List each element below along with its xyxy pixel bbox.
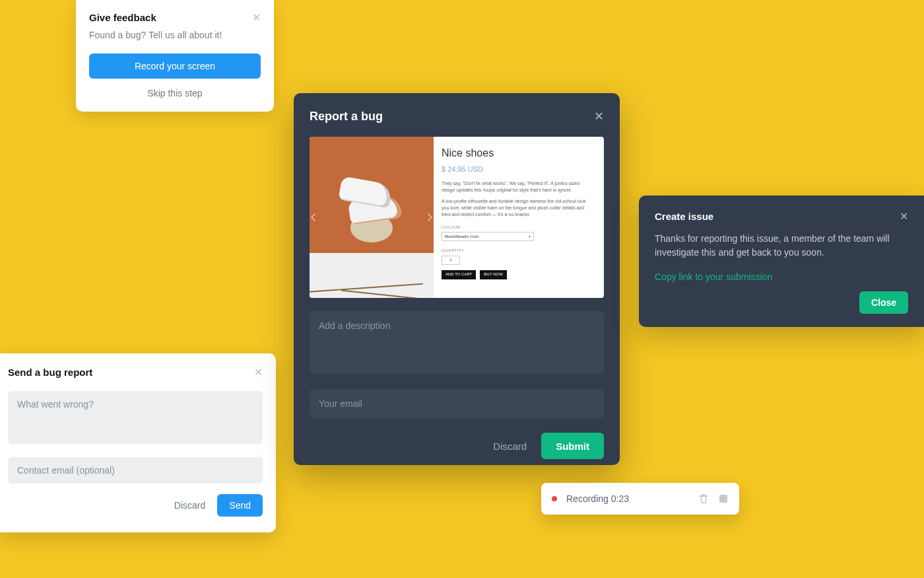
report-bug-title: Report a bug — [310, 110, 383, 124]
screenshot-preview: Nice shoes $ 24.95 USD They say, "Don't … — [310, 137, 604, 298]
report-email-input[interactable] — [310, 389, 604, 418]
create-issue-card: Create issue ✕ Thanks for reporting this… — [639, 196, 924, 327]
close-icon[interactable]: ✕ — [252, 13, 261, 23]
product-description-2: A low-profile silhouette and durable des… — [442, 198, 592, 217]
create-issue-body: Thanks for reporting this issue, a membe… — [655, 232, 908, 260]
send-bug-report-card: Send a bug report ✕ Discard Send — [0, 353, 276, 532]
give-feedback-card: Give feedback ✕ Found a bug? Tell us all… — [76, 0, 274, 112]
record-screen-button[interactable]: Record your screen — [89, 54, 261, 79]
recording-text: Recording 0:23 — [566, 493, 698, 504]
bug-description-input[interactable] — [8, 391, 263, 444]
bug-report-title: Send a bug report — [8, 367, 92, 378]
record-dot-icon — [552, 496, 557, 501]
close-icon[interactable]: ✕ — [594, 109, 604, 124]
stop-icon[interactable] — [718, 493, 729, 504]
colour-label: COLOUR — [442, 225, 592, 230]
feedback-subtitle: Found a bug? Tell us all about it! — [89, 30, 261, 40]
quantity-input[interactable]: 1 — [442, 256, 460, 265]
create-issue-title: Create issue — [655, 211, 713, 222]
close-icon[interactable]: ✕ — [254, 367, 263, 378]
add-to-cart-button[interactable]: ADD TO CART — [442, 270, 476, 279]
submit-button[interactable]: Submit — [541, 433, 604, 459]
carousel-next-icon[interactable] — [424, 213, 432, 221]
report-a-bug-card: Report a bug ✕ Nice shoes $ 24.95 USD Th… — [294, 93, 620, 465]
carousel-prev-icon[interactable] — [311, 213, 318, 221]
colour-value: Black/Metallic Gold — [445, 234, 478, 239]
copy-submission-link[interactable]: Copy link to your submission — [655, 271, 908, 282]
quantity-label: QUANTITY — [442, 248, 592, 253]
contact-email-input[interactable] — [8, 457, 263, 484]
buy-now-button[interactable]: BUY NOW — [480, 270, 507, 279]
recording-indicator: Recording 0:23 — [541, 483, 739, 515]
discard-button[interactable]: Discard — [174, 500, 205, 511]
colour-select[interactable]: Black/Metallic Gold ▾ — [442, 232, 534, 241]
close-icon[interactable]: ✕ — [900, 210, 908, 223]
close-button[interactable]: Close — [859, 291, 908, 314]
chevron-down-icon: ▾ — [529, 234, 531, 239]
feedback-title: Give feedback — [89, 12, 156, 23]
report-description-input[interactable] — [310, 311, 604, 373]
product-price: $ 24.95 USD — [442, 164, 592, 174]
product-image — [310, 137, 434, 298]
product-description-1: They say, "Don't fix what works". We say… — [442, 180, 592, 194]
product-title: Nice shoes — [442, 146, 592, 161]
discard-button[interactable]: Discard — [493, 441, 527, 452]
send-button[interactable]: Send — [217, 494, 263, 517]
trash-icon[interactable] — [698, 493, 709, 504]
skip-step-link[interactable]: Skip this step — [89, 88, 261, 98]
